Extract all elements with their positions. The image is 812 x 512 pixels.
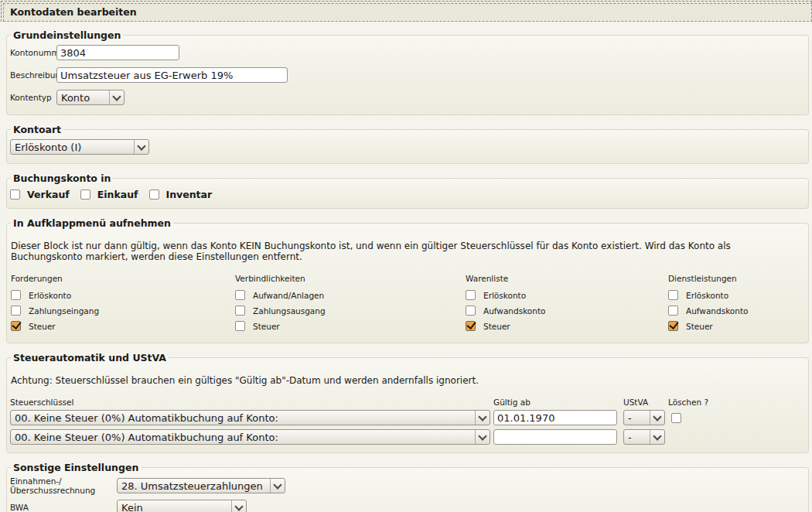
beschreibung-input[interactable] [56,67,288,83]
grundeinstellungen-legend: Grundeinstellungen [11,29,123,41]
bwa-label: BWA [10,503,117,512]
checkbox-option: Erlöskonto [466,290,668,300]
group-warenliste-title: Warenliste [466,274,668,283]
group-verbindlichkeiten-title: Verbindlichkeiten [235,274,466,283]
checkbox-option: Erlöskonto [668,290,806,300]
forderungen-zahlungseingang-checkbox[interactable] [11,305,21,316]
einkauf-checkbox[interactable] [80,189,90,200]
chevron-down-icon [650,430,664,444]
euer-label: Einnahmen-/Überschussrechnung [10,476,117,495]
section-buchungskonto: Buchungskonto in Verkauf Einkauf Inventa… [6,172,809,209]
kontentyp-select-value: Konto [61,92,109,104]
inventar-checkbox[interactable] [149,189,159,200]
warenliste-aufwandskonto-checkbox[interactable] [466,305,476,316]
verkauf-label: Verkauf [27,189,70,200]
steuerschluessel-select-1[interactable]: 00. Keine Steuer (0%) Automatikbuchung a… [10,410,490,425]
kontonummer-input[interactable] [56,45,179,60]
dienstleistungen-steuer-checkbox[interactable] [668,321,678,331]
section-aufklappmenu: In Aufklappmenü aufnehmen Dieser Block i… [6,217,809,343]
option-label: Steuer [253,322,280,331]
kontentyp-select[interactable]: Konto [56,90,125,105]
verbindlichkeiten-zahlungsausgang-checkbox[interactable] [235,305,245,316]
sonstige-legend: Sonstige Einstellungen [11,462,141,473]
ustva-select-2[interactable]: - [623,429,665,445]
checkbox-option: Aufwandskonto [668,305,806,316]
kontonummer-row: Kontonummer [10,45,806,60]
steuerautomatik-column-headers: Steuerschlüssel Gültig ab UStVA Löschen … [10,398,806,407]
bwa-select[interactable]: Kein [117,500,247,512]
group-warenliste: Warenliste Erlöskonto Aufwandskonto Steu… [466,274,668,336]
checkbox-option: Steuer [668,321,806,331]
warenliste-erloeskonto-checkbox[interactable] [466,290,476,300]
verbindlichkeiten-aufwand-checkbox[interactable] [235,290,245,300]
ustva-select-1[interactable]: - [623,410,665,425]
verkauf-checkbox[interactable] [10,189,20,200]
steuer-row-2: 00. Keine Steuer (0%) Automatikbuchung a… [10,429,806,445]
verbindlichkeiten-steuer-checkbox[interactable] [235,321,245,331]
beschreibung-row: Beschreibung [10,67,806,83]
forderungen-erloeskonto-checkbox[interactable] [11,290,21,300]
col-ustva: UStVA [623,398,668,407]
euer-select[interactable]: 28. Umsatzsteuerzahlungen [117,478,285,493]
inventar-label: Inventar [166,189,213,200]
steuerschluessel-select-1-value: 00. Keine Steuer (0%) Automatikbuchung a… [15,412,475,424]
col-steuerschluessel: Steuerschlüssel [10,398,493,407]
chevron-down-icon [270,479,285,493]
kontentyp-row: Kontentyp Konto [10,90,806,105]
group-dienstleistungen: Dienstleistungen Erlöskonto Aufwandskont… [668,274,806,336]
kontonummer-label: Kontonummer [10,48,56,57]
checkbox-option: Aufwand/Anlagen [235,290,466,300]
steuerautomatik-legend: Steuerautomatik und UStVA [11,352,169,364]
einkauf-label: Einkauf [97,189,138,200]
gueltig-ab-input-1[interactable] [493,410,617,425]
chevron-down-icon [475,411,490,425]
option-label: Erlöskonto [29,291,71,300]
checkbox-option: Steuer [11,321,235,331]
steuer-row-1: 00. Keine Steuer (0%) Automatikbuchung a… [10,410,806,425]
option-label: Zahlungsausgang [253,306,326,316]
kontoart-legend: Kontoart [11,124,63,135]
ustva-select-2-value: - [628,432,650,443]
dienstleistungen-erloeskonto-checkbox[interactable] [668,290,678,300]
bwa-select-value: Kein [121,502,231,512]
checkbox-option: Aufwandskonto [466,305,668,316]
option-label: Zahlungseingang [29,306,99,316]
section-grundeinstellungen: Grundeinstellungen Kontonummer Beschreib… [6,29,809,115]
kontoart-select-value: Erlöskonto (I) [15,142,134,153]
checkbox-option: Erlöskonto [11,290,235,300]
steuerautomatik-warning: Achtung: Steuerschlüssel brauchen ein gü… [11,375,804,386]
checkbox-option: Zahlungseingang [11,305,235,316]
chevron-down-icon [475,430,490,444]
page-title: Kontodaten bearbeiten [3,3,812,22]
col-gueltig-ab: Gültig ab [493,398,623,407]
beschreibung-label: Beschreibung [10,70,56,80]
option-label: Aufwandskonto [686,306,749,316]
euer-row: Einnahmen-/Überschussrechnung 28. Umsatz… [10,476,806,495]
chevron-down-icon [231,500,246,512]
aufklappmenu-legend: In Aufklappmenü aufnehmen [11,217,173,229]
page-frame: Kontodaten bearbeiten [1,1,812,22]
option-label: Erlöskonto [686,291,728,300]
group-forderungen: Forderungen Erlöskonto Zahlungseingang S… [11,274,235,336]
gueltig-ab-input-2[interactable] [493,429,617,445]
euer-select-value: 28. Umsatzsteuerzahlungen [121,480,270,492]
steuerschluessel-select-2[interactable]: 00. Keine Steuer (0%) Automatikbuchung a… [10,429,490,445]
option-label: Steuer [483,322,510,331]
steuerschluessel-select-2-value: 00. Keine Steuer (0%) Automatikbuchung a… [15,432,475,443]
dienstleistungen-aufwandskonto-checkbox[interactable] [668,305,678,316]
forderungen-steuer-checkbox[interactable] [11,321,21,331]
kontoart-select[interactable]: Erlöskonto (I) [10,139,149,155]
group-forderungen-title: Forderungen [11,274,235,283]
kontoart-row: Erlöskonto (I) [10,139,806,155]
warenliste-steuer-checkbox[interactable] [466,321,476,331]
option-label: Steuer [29,322,56,331]
chevron-down-icon [134,140,148,154]
chevron-down-icon [109,90,124,104]
group-verbindlichkeiten: Verbindlichkeiten Aufwand/Anlagen Zahlun… [235,274,466,336]
loeschen-checkbox-1[interactable] [671,413,681,423]
checkbox-option: Steuer [466,321,668,331]
option-label: Steuer [686,322,713,331]
bwa-row: BWA Kein [10,498,806,512]
checkbox-option: Zahlungsausgang [235,305,466,316]
option-label: Erlöskonto [483,291,526,300]
